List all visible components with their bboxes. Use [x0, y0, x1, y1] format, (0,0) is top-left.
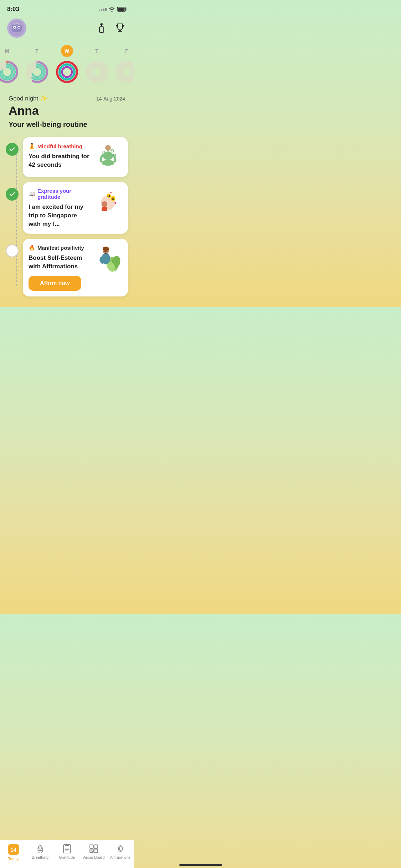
day-label-wrap-f: F: [121, 45, 133, 57]
status-icons: [99, 7, 127, 12]
svg-point-9: [14, 23, 15, 25]
ring-f: [114, 59, 134, 85]
svg-point-40: [122, 67, 132, 77]
affirmations-main-text: Boost Self-Esteem with Affirmations: [29, 254, 89, 271]
svg-point-54: [108, 195, 108, 196]
greeting-line: Good night ✨ 14-Aug-2024: [9, 95, 125, 102]
breathing-category-label: Mindful breathing: [37, 143, 82, 149]
ring-w: [54, 59, 80, 85]
greeting-section: Good night ✨ 14-Aug-2024 Anna Your well-…: [0, 89, 134, 137]
svg-text:♥: ♥: [110, 191, 112, 194]
svg-rect-49: [102, 207, 107, 211]
card-gratitude-content: 📖 Express your gratitude I am excited fo…: [29, 188, 89, 228]
svg-point-52: [113, 198, 114, 199]
breathing-illustration: [94, 143, 122, 171]
svg-point-55: [109, 195, 110, 196]
svg-point-48: [102, 201, 107, 207]
timeline-dot-gratitude: [6, 188, 19, 201]
routine-row-gratitude: 📖 Express your gratitude I am excited fo…: [6, 182, 128, 234]
svg-point-28: [36, 61, 38, 63]
status-time: 8:03: [7, 6, 19, 13]
day-label-wrap-m: M: [1, 45, 13, 57]
svg-point-34: [62, 67, 72, 77]
avatar[interactable]: [7, 19, 26, 38]
card-breathing-category: 🧘 Mindful breathing: [29, 143, 89, 149]
top-bar: [0, 16, 134, 43]
day-label-t2: T: [91, 48, 103, 54]
day-label-wrap-t1: T: [31, 45, 43, 57]
card-affirmations-content: 🔥 Manifest positivity Boost Self-Esteem …: [29, 244, 89, 291]
svg-point-44: [103, 151, 105, 153]
svg-rect-14: [118, 31, 122, 32]
svg-point-7: [14, 27, 15, 28]
svg-text:♥: ♥: [114, 201, 117, 205]
svg-rect-4: [12, 25, 22, 32]
day-label-wrap-t2: T: [91, 45, 103, 57]
card-breathing[interactable]: 🧘 Mindful breathing You did breathing fo…: [23, 137, 128, 177]
day-friday[interactable]: F: [114, 45, 134, 85]
ring-t1: [24, 59, 50, 85]
routine-list: 🧘 Mindful breathing You did breathing fo…: [0, 137, 134, 307]
routine-title: Your well-being routine: [9, 120, 125, 129]
affirmations-category-label: Manifest positivity: [37, 245, 84, 251]
day-monday[interactable]: M: [0, 45, 20, 85]
affirm-now-button[interactable]: Affirm now: [29, 276, 81, 291]
svg-point-8: [18, 27, 20, 28]
battery-icon: [117, 7, 127, 12]
day-wednesday[interactable]: W: [54, 45, 80, 85]
share-button[interactable]: [95, 22, 108, 35]
routine-row-breathing: 🧘 Mindful breathing You did breathing fo…: [6, 137, 128, 177]
ring-m: [0, 59, 20, 85]
svg-rect-13: [119, 30, 121, 31]
day-label-m: M: [1, 48, 13, 54]
day-label-t1: T: [31, 48, 43, 54]
day-tuesday[interactable]: T: [24, 45, 50, 85]
ring-t2: [84, 59, 110, 85]
routine-row-affirmations: 🔥 Manifest positivity Boost Self-Esteem …: [6, 239, 128, 296]
svg-rect-12: [99, 27, 104, 32]
svg-point-21: [6, 61, 9, 63]
breathing-category-icon: 🧘: [29, 143, 35, 149]
svg-point-10: [16, 22, 17, 24]
svg-point-62: [103, 247, 109, 251]
signal-icon: [99, 8, 107, 11]
top-actions: [95, 22, 127, 35]
timeline-dot-affirmations: [6, 244, 19, 257]
wifi-icon: [109, 7, 115, 12]
svg-point-50: [110, 196, 115, 201]
status-bar: 8:03: [0, 0, 134, 16]
card-gratitude[interactable]: 📖 Express your gratitude I am excited fo…: [23, 182, 128, 234]
day-label-w: W: [61, 48, 73, 54]
card-gratitude-category: 📖 Express your gratitude: [29, 188, 89, 200]
card-affirmations-category: 🔥 Manifest positivity: [29, 244, 89, 251]
affirmations-illustration: [94, 244, 122, 273]
card-breathing-content: 🧘 Mindful breathing You did breathing fo…: [29, 143, 89, 169]
svg-point-11: [18, 23, 20, 25]
week-calendar: M T: [0, 43, 134, 89]
breathing-main-text: You did breathing for 42 seconds: [29, 152, 89, 169]
affirmations-category-icon: 🔥: [29, 244, 35, 251]
gratitude-main-text: I am excited for my trip to Singapore wi…: [29, 203, 89, 228]
svg-rect-1: [126, 8, 127, 10]
greeting-date: 14-Aug-2024: [96, 96, 125, 102]
gratitude-illustration: ♥ ♥: [94, 188, 122, 216]
trophy-button[interactable]: [114, 22, 127, 35]
timeline-dot-breathing: [6, 143, 19, 156]
day-thursday[interactable]: T: [84, 45, 110, 85]
user-name: Anna: [9, 104, 125, 118]
svg-point-37: [92, 67, 102, 77]
svg-rect-2: [118, 8, 125, 11]
gratitude-category-icon: 📖: [29, 191, 35, 197]
svg-point-43: [102, 160, 114, 166]
day-label-f: F: [121, 48, 133, 54]
greeting-text: Good night ✨: [9, 95, 47, 102]
day-label-wrap-w: W: [61, 45, 73, 57]
svg-point-51: [112, 198, 113, 199]
gratitude-category-label: Express your gratitude: [37, 188, 89, 200]
card-affirmations[interactable]: 🔥 Manifest positivity Boost Self-Esteem …: [23, 239, 128, 296]
